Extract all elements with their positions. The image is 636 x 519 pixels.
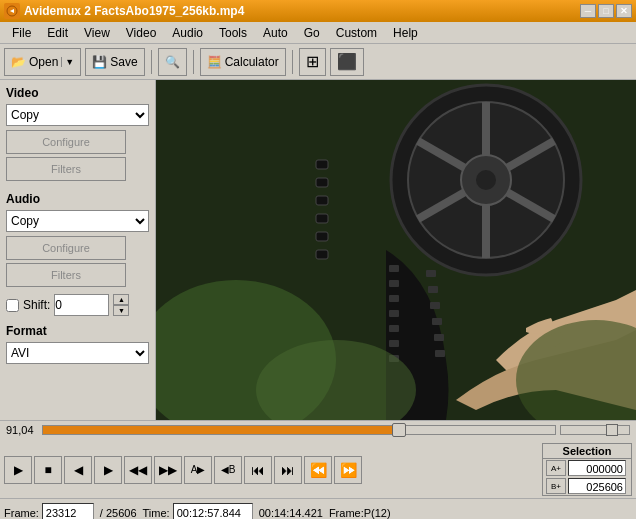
close-button[interactable]: ✕	[616, 4, 632, 18]
audio-configure-button[interactable]: Configure	[6, 236, 126, 260]
shift-row: Shift: ▲ ▼	[6, 294, 149, 316]
audio-filters-button[interactable]: Filters	[6, 263, 126, 287]
maximize-button[interactable]: □	[598, 4, 614, 18]
video-codec-select[interactable]: Copy Xvid x264 FFV1	[6, 104, 149, 126]
save-icon: 💾	[92, 55, 107, 69]
ffwd-button[interactable]: ▶▶	[154, 456, 182, 484]
calculator-button[interactable]: 🧮 Calculator	[200, 48, 286, 76]
prev-scene-button[interactable]: ⏪	[304, 456, 332, 484]
svg-rect-24	[316, 178, 328, 187]
sel-b-button[interactable]: B+	[546, 478, 566, 494]
time-input[interactable]	[173, 503, 253, 520]
shift-input[interactable]	[54, 294, 109, 316]
menu-bar: File Edit View Video Audio Tools Auto Go…	[0, 22, 636, 44]
main-content: Video Copy Xvid x264 FFV1 Configure Filt…	[0, 80, 636, 420]
copy-button[interactable]: ⬛	[330, 48, 364, 76]
toolbar-sep1	[151, 50, 152, 74]
frame-input[interactable]	[42, 503, 94, 520]
time-label: Time:	[143, 507, 170, 519]
svg-rect-12	[389, 295, 399, 302]
format-row: AVI MKV MP4	[6, 342, 149, 364]
go-begin-button[interactable]: ⏮	[244, 456, 272, 484]
frame-label: Frame:	[4, 507, 39, 519]
menu-file[interactable]: File	[4, 24, 39, 42]
minimize-button[interactable]: ─	[580, 4, 596, 18]
format-select[interactable]: AVI MKV MP4	[6, 342, 149, 364]
sel-a-button[interactable]: A+	[546, 460, 566, 476]
next-frame-button[interactable]: ▶	[94, 456, 122, 484]
svg-rect-22	[435, 350, 445, 357]
mini-slider[interactable]	[560, 425, 630, 435]
menu-view[interactable]: View	[76, 24, 118, 42]
selection-title: Selection	[543, 444, 631, 459]
shift-label: Shift:	[23, 298, 50, 312]
total-frames: / 25606	[100, 507, 137, 519]
mark-a-button[interactable]: A▶	[184, 456, 212, 484]
play-button[interactable]: ▶	[4, 456, 32, 484]
sel-a-value: 000000	[568, 460, 626, 476]
svg-rect-11	[389, 280, 399, 287]
app-icon	[4, 3, 20, 19]
shift-down-button[interactable]: ▼	[113, 305, 129, 316]
sel-b-row: B+ 025606	[543, 477, 631, 495]
bottom-area: 91,04 ▶ ■ ◀ ▶ ◀◀ ▶▶ A▶ ◀B ⏮ ⏭ ⏪ ⏩ Select…	[0, 420, 636, 519]
go-end-button[interactable]: ⏭	[274, 456, 302, 484]
copy-icon: ⬛	[337, 52, 357, 71]
video-configure-button[interactable]: Configure	[6, 130, 126, 154]
title-bar: Avidemux 2 FactsAbo1975_256kb.mp4 ─ □ ✕	[0, 0, 636, 22]
toolbar: 📂 Open ▼ 💾 Save 🔍 🧮 Calculator ⊞ ⬛	[0, 44, 636, 80]
next-scene-button[interactable]: ⏩	[334, 456, 362, 484]
open-button[interactable]: 📂 Open ▼	[4, 48, 81, 76]
svg-rect-23	[316, 160, 328, 169]
menu-go[interactable]: Go	[296, 24, 328, 42]
timeline-slider[interactable]	[42, 425, 556, 435]
open-dropdown-arrow[interactable]: ▼	[61, 57, 74, 67]
shift-spinner: ▲ ▼	[113, 294, 129, 316]
menu-help[interactable]: Help	[385, 24, 426, 42]
timeline-row: 91,04	[6, 424, 630, 436]
time2-value: 00:14:14.421	[259, 507, 323, 519]
mark-b-button[interactable]: ◀B	[214, 456, 242, 484]
format-section-title: Format	[6, 324, 149, 338]
menu-custom[interactable]: Custom	[328, 24, 385, 42]
prev-frame-button[interactable]: ◀	[64, 456, 92, 484]
svg-rect-27	[316, 232, 328, 241]
in-out-icon: ⊞	[306, 52, 319, 71]
toolbar-sep2	[193, 50, 194, 74]
toolbar-sep3	[292, 50, 293, 74]
zoom-button[interactable]: 🔍	[158, 48, 187, 76]
rewind-button[interactable]: ◀◀	[124, 456, 152, 484]
svg-point-9	[476, 170, 496, 190]
svg-rect-25	[316, 196, 328, 205]
video-filters-button[interactable]: Filters	[6, 157, 126, 181]
shift-checkbox[interactable]	[6, 299, 19, 312]
shift-up-button[interactable]: ▲	[113, 294, 129, 305]
menu-video[interactable]: Video	[118, 24, 164, 42]
zoom-icon: 🔍	[165, 55, 180, 69]
in-out-button[interactable]: ⊞	[299, 48, 326, 76]
svg-rect-26	[316, 214, 328, 223]
svg-rect-18	[428, 286, 438, 293]
menu-edit[interactable]: Edit	[39, 24, 76, 42]
menu-audio[interactable]: Audio	[164, 24, 211, 42]
selection-panel: Selection A+ 000000 B+ 025606	[542, 443, 632, 496]
save-button[interactable]: 💾 Save	[85, 48, 144, 76]
frame-info: Frame:P(12)	[329, 507, 391, 519]
video-section-title: Video	[6, 86, 149, 100]
svg-rect-20	[432, 318, 442, 325]
menu-tools[interactable]: Tools	[211, 24, 255, 42]
left-panel: Video Copy Xvid x264 FFV1 Configure Filt…	[0, 80, 156, 420]
menu-auto[interactable]: Auto	[255, 24, 296, 42]
timeline-area: 91,04	[0, 420, 636, 441]
transport-area: ▶ ■ ◀ ▶ ◀◀ ▶▶ A▶ ◀B ⏮ ⏭ ⏪ ⏩ Selection A+…	[0, 441, 636, 498]
status-bar: Frame: / 25606 Time: 00:14:14.421 Frame:…	[0, 498, 636, 519]
calculator-icon: 🧮	[207, 55, 222, 69]
svg-rect-17	[426, 270, 436, 277]
audio-codec-row: Copy MP3 AAC	[6, 210, 149, 232]
svg-rect-14	[389, 325, 399, 332]
stop-button[interactable]: ■	[34, 456, 62, 484]
svg-rect-21	[434, 334, 444, 341]
timeline-position: 91,04	[6, 424, 38, 436]
audio-codec-select[interactable]: Copy MP3 AAC	[6, 210, 149, 232]
video-codec-row: Copy Xvid x264 FFV1	[6, 104, 149, 126]
